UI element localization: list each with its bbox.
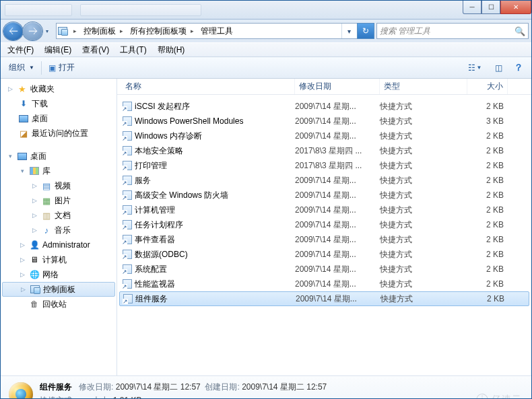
file-type: 快捷方式 bbox=[380, 234, 467, 246]
tree-favorites[interactable]: ▷★收藏夹 bbox=[1, 81, 117, 96]
tree-videos[interactable]: ▷视频 bbox=[1, 178, 117, 193]
tree-control-panel[interactable]: ▷控制面板 bbox=[2, 282, 115, 297]
forward-button[interactable]: 🡢 bbox=[23, 22, 42, 40]
search-input[interactable]: 搜索 管理工具 🔍 bbox=[376, 23, 529, 39]
details-date-value: 2009\7\14 星期二 12:57 bbox=[116, 382, 201, 392]
file-date: 2017\8\3 星期四 ... bbox=[295, 160, 380, 172]
open-icon: ▣ bbox=[48, 63, 56, 73]
file-size: 2 KB bbox=[467, 102, 504, 111]
file-size: 2 KB bbox=[467, 220, 504, 229]
file-row[interactable]: 性能监视器2009\7\14 星期...快捷方式2 KB bbox=[117, 277, 531, 291]
tree-label: 桌面 bbox=[32, 113, 48, 124]
open-button[interactable]: ▣ 打开 bbox=[44, 60, 79, 75]
address-bar[interactable]: ▸ 控制面板▸ 所有控制面板项▸ 管理工具 ▾ bbox=[56, 23, 358, 39]
details-date-label: 修改日期: bbox=[79, 382, 113, 392]
file-row[interactable]: 本地安全策略2017\8\3 星期四 ...快捷方式2 KB bbox=[117, 143, 531, 158]
details-size-value: 1.21 KB bbox=[113, 396, 142, 399]
file-type: 快捷方式 bbox=[380, 175, 467, 186]
tree-label: 库 bbox=[42, 166, 51, 177]
shortcut-icon bbox=[121, 175, 133, 186]
tree-desktop-fav[interactable]: 桌面 bbox=[1, 111, 117, 126]
breadcrumb-item[interactable]: 控制面板▸ bbox=[79, 24, 126, 38]
view-options-button[interactable]: ☷ ▼ bbox=[463, 61, 487, 75]
details-created-value: 2009\7\14 星期二 12:57 bbox=[242, 382, 327, 392]
tree-admin[interactable]: ▷Administrator bbox=[1, 238, 117, 252]
tree-library[interactable]: ▾库 bbox=[1, 164, 117, 178]
tree-downloads[interactable]: 下载 bbox=[1, 96, 117, 111]
file-row[interactable]: iSCSI 发起程序2009\7\14 星期...快捷方式2 KB bbox=[117, 99, 531, 114]
menu-help[interactable]: 帮助(H) bbox=[152, 43, 191, 57]
help-button[interactable]: ？ bbox=[510, 61, 527, 75]
file-row[interactable]: Windows 内存诊断2009\7\14 星期...快捷方式2 KB bbox=[117, 129, 531, 143]
shortcut-icon bbox=[121, 190, 133, 201]
file-size: 2 KB bbox=[467, 205, 504, 215]
file-row[interactable]: 打印管理2017\8\3 星期四 ...快捷方式2 KB bbox=[117, 158, 531, 173]
file-row[interactable]: Windows PowerShell Modules2009\7\14 星期..… bbox=[117, 114, 531, 129]
file-row[interactable]: 任务计划程序2009\7\14 星期...快捷方式2 KB bbox=[117, 217, 531, 232]
blurred-bg-tab bbox=[5, 4, 72, 16]
details-pane: 组件服务 修改日期: 2009\7\14 星期二 12:57 创建日期: 200… bbox=[1, 375, 531, 399]
file-size: 2 KB bbox=[467, 161, 504, 170]
file-row[interactable]: 服务2009\7\14 星期...快捷方式2 KB bbox=[117, 173, 531, 188]
explorer-body: ▷★收藏夹 下载 桌面 最近访问的位置 ▾桌面 ▾库 ▷视频 ▷图片 ▷文档 ▷… bbox=[1, 79, 531, 375]
download-icon bbox=[18, 98, 29, 109]
menu-view[interactable]: 查看(V) bbox=[77, 43, 114, 57]
shortcut-icon bbox=[121, 234, 133, 245]
file-row[interactable]: 计算机管理2009\7\14 星期...快捷方式2 KB bbox=[117, 203, 531, 217]
file-row[interactable]: 系统配置2009\7\14 星期...快捷方式2 KB bbox=[117, 262, 531, 277]
file-row[interactable]: 事件查看器2009\7\14 星期...快捷方式2 KB bbox=[117, 232, 531, 247]
organize-button[interactable]: 组织▼ bbox=[5, 60, 38, 75]
file-type: 快捷方式 bbox=[380, 160, 467, 172]
file-name: 事件查看器 bbox=[133, 234, 295, 246]
navigation-bar: 🡠 🡢 ▾ ▸ 控制面板▸ 所有控制面板项▸ 管理工具 ▾ ↻ 搜索 管理工具 … bbox=[1, 20, 531, 42]
file-row[interactable]: 组件服务2009\7\14 星期...快捷方式2 KB bbox=[119, 291, 529, 306]
tree-label: 视频 bbox=[55, 180, 71, 192]
tree-music[interactable]: ▷音乐 bbox=[1, 223, 117, 238]
col-name[interactable]: 名称 bbox=[121, 79, 295, 94]
minimize-button[interactable]: ─ bbox=[463, 1, 481, 14]
shortcut-icon bbox=[121, 219, 133, 230]
location-icon bbox=[57, 26, 68, 36]
tree-computer[interactable]: ▷计算机 bbox=[1, 252, 117, 267]
refresh-button[interactable]: ↻ bbox=[357, 23, 374, 39]
file-name: 数据源(ODBC) bbox=[133, 249, 295, 260]
back-button[interactable]: 🡠 bbox=[3, 22, 23, 40]
star-icon: ★ bbox=[17, 83, 28, 94]
details-title: 组件服务 bbox=[40, 382, 72, 392]
file-list-pane: 名称 修改日期 类型 大小 iSCSI 发起程序2009\7\14 星期...快… bbox=[117, 79, 531, 375]
search-placeholder: 搜索 管理工具 bbox=[380, 26, 430, 37]
tree-network[interactable]: ▷网络 bbox=[1, 267, 117, 282]
nav-arrows: 🡠 🡢 ▾ bbox=[3, 22, 52, 40]
preview-pane-button[interactable]: ◫ bbox=[490, 61, 507, 75]
watermark: ⓘ 亿速云 bbox=[476, 392, 522, 399]
file-date: 2009\7\14 星期... bbox=[295, 249, 380, 260]
col-type[interactable]: 类型 bbox=[380, 79, 467, 94]
history-dropdown[interactable]: ▾ bbox=[42, 28, 52, 34]
breadcrumb-item[interactable]: 管理工具 bbox=[197, 24, 236, 38]
menu-file[interactable]: 文件(F) bbox=[2, 43, 39, 57]
tree-pictures[interactable]: ▷图片 bbox=[1, 193, 117, 208]
file-size: 2 KB bbox=[467, 131, 504, 141]
tree-documents[interactable]: ▷文档 bbox=[1, 208, 117, 223]
file-type: 快捷方式 bbox=[380, 279, 467, 290]
shortcut-icon bbox=[121, 116, 133, 126]
maximize-button[interactable]: ☐ bbox=[481, 1, 500, 14]
col-date[interactable]: 修改日期 bbox=[295, 79, 380, 94]
col-size[interactable]: 大小 bbox=[467, 79, 508, 94]
file-type: 快捷方式 bbox=[380, 145, 467, 157]
file-row[interactable]: 高级安全 Windows 防火墙2009\7\14 星期...快捷方式2 KB bbox=[117, 188, 531, 203]
breadcrumb-root[interactable]: ▸ bbox=[68, 24, 79, 38]
file-row[interactable]: 数据源(ODBC)2009\7\14 星期...快捷方式2 KB bbox=[117, 247, 531, 262]
menu-edit[interactable]: 编辑(E) bbox=[39, 43, 77, 57]
tree-recent[interactable]: 最近访问的位置 bbox=[1, 126, 117, 141]
address-dropdown[interactable]: ▾ bbox=[341, 24, 356, 38]
details-icon bbox=[7, 381, 34, 400]
shortcut-icon bbox=[121, 264, 133, 275]
close-button[interactable]: ✕ bbox=[500, 1, 531, 14]
tree-desktop-root[interactable]: ▾桌面 bbox=[1, 149, 117, 164]
file-type: 快捷方式 bbox=[380, 205, 467, 216]
tree-recycle[interactable]: 回收站 bbox=[1, 297, 117, 312]
tree-label: 图片 bbox=[55, 195, 71, 207]
breadcrumb-item[interactable]: 所有控制面板项▸ bbox=[126, 24, 197, 38]
menu-tools[interactable]: 工具(T) bbox=[114, 43, 152, 57]
